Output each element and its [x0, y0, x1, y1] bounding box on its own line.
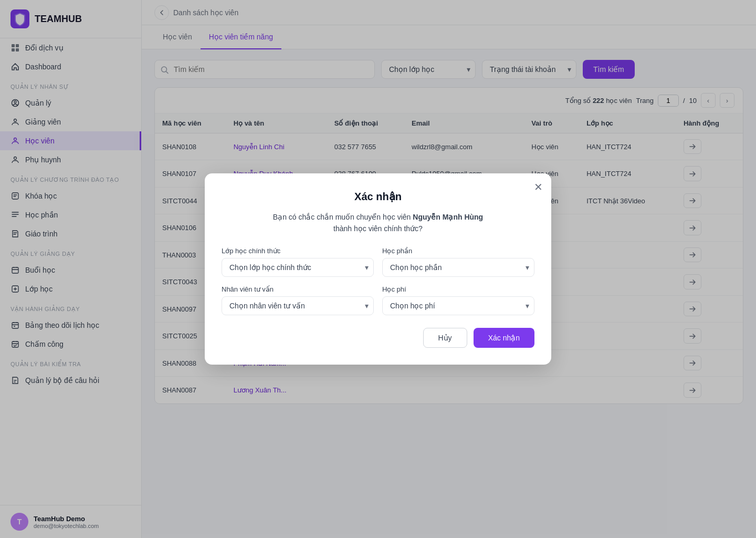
- modal-overlay: ✕ Xác nhận Bạn có chắc chắn muốn chuyển …: [0, 0, 756, 538]
- modal-module-select[interactable]: Chọn học phần: [382, 258, 534, 277]
- cancel-button[interactable]: Hủy: [423, 328, 467, 348]
- consultant-field-label: Nhân viên tư vấn: [222, 285, 374, 293]
- module-field-label: Học phần: [382, 247, 534, 255]
- modal-class-select[interactable]: Chọn lớp học chính thức: [222, 258, 374, 277]
- modal-module-select-wrap: Chọn học phần ▾: [382, 258, 534, 277]
- modal-student-name: Nguyễn Mạnh Hùng: [413, 213, 483, 221]
- modal-close-button[interactable]: ✕: [534, 182, 543, 192]
- confirm-button[interactable]: Xác nhận: [474, 328, 534, 348]
- modal-fields: Lớp học chính thức Chọn lớp học chính th…: [222, 247, 534, 315]
- class-field-label: Lớp học chính thức: [222, 247, 374, 255]
- class-field: Lớp học chính thức Chọn lớp học chính th…: [222, 247, 374, 277]
- fee-field: Học phí Chọn học phí ▾: [382, 285, 534, 315]
- fee-field-label: Học phí: [382, 285, 534, 293]
- modal-title: Xác nhận: [222, 190, 534, 203]
- modal-class-select-wrap: Chọn lớp học chính thức ▾: [222, 258, 374, 277]
- modal-description: Bạn có chắc chắn muốn chuyển học viên Ng…: [222, 211, 534, 235]
- consultant-field: Nhân viên tư vấn Chọn nhân viên tư vấn ▾: [222, 285, 374, 315]
- modal-fee-select[interactable]: Chọn học phí: [382, 296, 534, 315]
- modal-actions: Hủy Xác nhận: [222, 328, 534, 348]
- modal-consultant-select[interactable]: Chọn nhân viên tư vấn: [222, 296, 374, 315]
- module-field: Học phần Chọn học phần ▾: [382, 247, 534, 277]
- modal-fee-select-wrap: Chọn học phí ▾: [382, 296, 534, 315]
- confirm-modal: ✕ Xác nhận Bạn có chắc chắn muốn chuyển …: [205, 173, 551, 365]
- modal-consultant-select-wrap: Chọn nhân viên tư vấn ▾: [222, 296, 374, 315]
